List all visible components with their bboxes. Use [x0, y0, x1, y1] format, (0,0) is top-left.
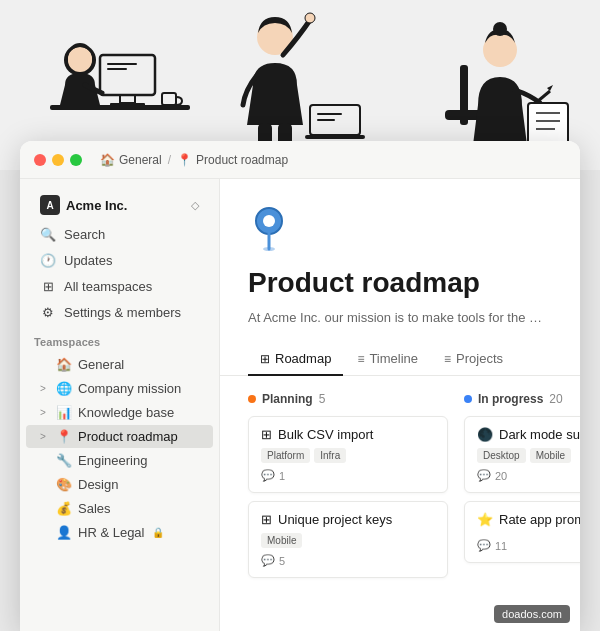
app-window: 🏠 General / 📍 Product roadmap A Acme Inc… — [20, 141, 580, 631]
card-unique-keys-tags: Mobile — [261, 533, 435, 548]
sidebar-settings-label: Settings & members — [64, 305, 181, 320]
breadcrumb-roadmap[interactable]: 📍 Product roadmap — [177, 153, 288, 167]
svg-line-24 — [538, 91, 550, 101]
svg-rect-3 — [107, 63, 137, 65]
card-icon: 🌑 — [477, 427, 493, 442]
home-icon: 🏠 — [100, 153, 115, 167]
sidebar-design-label: Design — [78, 477, 118, 492]
tabs-bar: ⊞ Roadmap ≡ Timeline ≡ Projects — [220, 343, 580, 376]
sidebar-item-sales[interactable]: 💰 Sales — [26, 497, 213, 520]
sidebar-item-all-teamspaces[interactable]: ⊞ All teamspaces — [26, 274, 213, 299]
sidebar-general-label: General — [78, 357, 124, 372]
roadmap-icon: 📍 — [56, 429, 72, 444]
card-bulk-csv-tags: Platform Infra — [261, 448, 435, 463]
sidebar-item-knowledge-base[interactable]: > 📊 Knowledge base — [26, 401, 213, 424]
svg-rect-17 — [305, 135, 365, 139]
traffic-lights — [34, 154, 82, 166]
card-unique-keys[interactable]: ⊞ Unique project keys Mobile 💬 5 — [248, 501, 448, 578]
tab-timeline-label: Timeline — [369, 351, 418, 366]
sidebar-item-updates[interactable]: 🕐 Updates — [26, 248, 213, 273]
sidebar: A Acme Inc. ◇ 🔍 Search 🕐 Updates ⊞ All t… — [20, 179, 220, 631]
card-bulk-csv-title: ⊞ Bulk CSV import — [261, 427, 435, 442]
sidebar-sales-label: Sales — [78, 501, 111, 516]
workspace-name: Acme Inc. — [66, 198, 185, 213]
tab-timeline[interactable]: ≡ Timeline — [345, 343, 430, 376]
breadcrumb-roadmap-label: Product roadmap — [196, 153, 288, 167]
hr-icon: 👤 — [56, 525, 72, 540]
card-bulk-csv[interactable]: ⊞ Bulk CSV import Platform Infra 💬 1 — [248, 416, 448, 493]
card-rate-app[interactable]: ⭐ Rate app prompt modal 💬 11 — [464, 501, 580, 563]
column-in-progress-title: In progress — [478, 392, 543, 406]
card-icon: ⊞ — [261, 512, 272, 527]
sidebar-item-search[interactable]: 🔍 Search — [26, 222, 213, 247]
tag-desktop: Desktop — [477, 448, 526, 463]
sidebar-item-general[interactable]: 🏠 General — [26, 353, 213, 376]
comment-icon: 💬 — [261, 554, 275, 567]
sidebar-knowledge-label: Knowledge base — [78, 405, 174, 420]
sidebar-all-teamspaces-label: All teamspaces — [64, 279, 152, 294]
tag-infra: Infra — [314, 448, 346, 463]
in-progress-status-dot — [464, 395, 472, 403]
planning-status-dot — [248, 395, 256, 403]
column-planning-title: Planning — [262, 392, 313, 406]
comment-count: 5 — [279, 555, 285, 567]
sidebar-item-design[interactable]: 🎨 Design — [26, 473, 213, 496]
general-icon: 🏠 — [56, 357, 72, 372]
title-bar: 🏠 General / 📍 Product roadmap — [20, 141, 580, 179]
workspace-icon: A — [40, 195, 60, 215]
column-planning-count: 5 — [319, 392, 326, 406]
card-dark-mode[interactable]: 🌑 Dark mode support Desktop Mobile 💬 20 — [464, 416, 580, 493]
comment-icon: 💬 — [477, 469, 491, 482]
minimize-button[interactable] — [52, 154, 64, 166]
page-icon — [248, 203, 552, 260]
sidebar-item-settings[interactable]: ⚙ Settings & members — [26, 300, 213, 325]
board-column-in-progress: In progress 20 🌑 Dark mode support Deskt… — [464, 392, 580, 586]
sidebar-updates-label: Updates — [64, 253, 112, 268]
sidebar-item-hr-legal[interactable]: 👤 HR & Legal 🔒 — [26, 521, 213, 544]
workspace-caret-icon: ◇ — [191, 199, 199, 212]
comment-count: 20 — [495, 470, 507, 482]
column-header-in-progress: In progress 20 — [464, 392, 580, 406]
svg-point-34 — [263, 247, 275, 251]
sidebar-item-product-roadmap[interactable]: > 📍 Product roadmap — [26, 425, 213, 448]
svg-rect-0 — [100, 55, 155, 95]
close-button[interactable] — [34, 154, 46, 166]
svg-rect-18 — [317, 113, 342, 115]
breadcrumb-general[interactable]: 🏠 General — [100, 153, 162, 167]
tab-projects[interactable]: ≡ Projects — [432, 343, 515, 376]
card-icon: ⭐ — [477, 512, 493, 527]
tab-roadmap-label: Roadmap — [275, 351, 331, 366]
card-rate-app-title: ⭐ Rate app prompt modal — [477, 512, 580, 527]
lock-icon: 🔒 — [152, 527, 164, 538]
maximize-button[interactable] — [70, 154, 82, 166]
grid-icon: ⊞ — [40, 279, 56, 294]
workspace-selector[interactable]: A Acme Inc. ◇ — [26, 189, 213, 221]
board-column-planning: Planning 5 ⊞ Bulk CSV import Platform In… — [248, 392, 448, 586]
timeline-tab-icon: ≡ — [357, 352, 364, 366]
tab-roadmap[interactable]: ⊞ Roadmap — [248, 343, 343, 376]
comment-icon: 💬 — [261, 469, 275, 482]
card-bulk-csv-footer: 💬 1 — [261, 469, 435, 482]
teamspaces-section-label: Teamspaces — [20, 326, 219, 352]
svg-rect-11 — [162, 93, 176, 105]
search-icon: 🔍 — [40, 227, 56, 242]
company-icon: 🌐 — [56, 381, 72, 396]
board-content: Planning 5 ⊞ Bulk CSV import Platform In… — [220, 376, 580, 602]
svg-rect-4 — [107, 68, 127, 70]
updates-icon: 🕐 — [40, 253, 56, 268]
roadmap-tab-icon: ⊞ — [260, 352, 270, 366]
column-header-planning: Planning 5 — [248, 392, 448, 406]
tag-mobile: Mobile — [261, 533, 302, 548]
tag-mobile: Mobile — [530, 448, 571, 463]
sidebar-item-company-mission[interactable]: > 🌐 Company mission — [26, 377, 213, 400]
pin-icon-small: 📍 — [177, 153, 192, 167]
arrow-icon: > — [40, 383, 50, 394]
sidebar-company-label: Company mission — [78, 381, 181, 396]
card-rate-app-footer: 💬 11 — [477, 539, 580, 552]
knowledge-icon: 📊 — [56, 405, 72, 420]
svg-point-23 — [493, 22, 507, 36]
card-unique-keys-title: ⊞ Unique project keys — [261, 512, 435, 527]
arrow-icon: > — [40, 431, 50, 442]
tab-projects-label: Projects — [456, 351, 503, 366]
sidebar-item-engineering[interactable]: 🔧 Engineering — [26, 449, 213, 472]
